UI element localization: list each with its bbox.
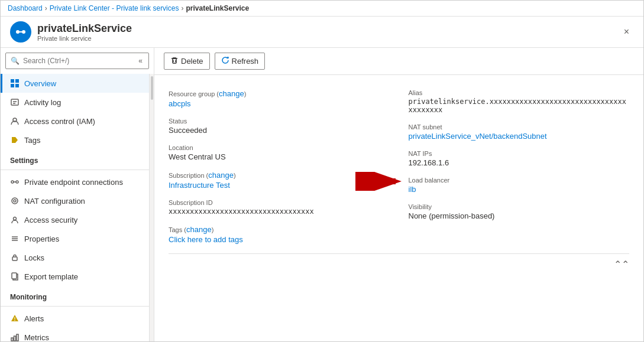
sidebar-item-tags[interactable]: Tags	[1, 131, 149, 149]
header-text: privateLinkService Private link service	[37, 22, 132, 42]
details-grid: Resource group (change) abcpls Status Su…	[169, 84, 629, 249]
sidebar-item-export-template-label: Export template	[24, 272, 78, 281]
tags-label: Tags (change)	[169, 225, 390, 234]
resource-group-item: Resource group (change) abcpls	[169, 84, 390, 113]
sidebar: 🔍 «	[1, 48, 154, 341]
alias-label: Alias	[409, 89, 630, 96]
delete-label: Delete	[181, 57, 203, 66]
svg-point-25	[14, 320, 15, 321]
visibility-label: Visibility	[409, 203, 630, 210]
alias-value: privatelinkservice.xxxxxxxxxxxxxxxxxxxxx…	[409, 97, 630, 114]
breadcrumb-current: privateLinkService	[186, 4, 249, 12]
nat-ips-value: 192.168.1.6	[409, 158, 630, 167]
sidebar-scrollbar-thumb	[151, 76, 153, 100]
subscription-id-label: Subscription ID	[169, 199, 390, 206]
nat-subnet-label: NAT subnet	[409, 123, 630, 131]
resource-group-label: Resource group (change)	[169, 89, 390, 98]
sidebar-nav: Overview Activity log	[1, 74, 154, 341]
sidebar-item-tags-label: Tags	[24, 136, 40, 145]
svg-rect-27	[14, 336, 16, 341]
sidebar-item-private-endpoint-connections[interactable]: Private endpoint connections	[1, 172, 149, 191]
resource-group-value[interactable]: abcpls	[169, 99, 390, 108]
nat-ips-label: NAT IPs	[409, 150, 630, 157]
subscription-id-value: xxxxxxxxxxxxxxxxxxxxxxxxxxxxxxxxxx	[169, 207, 390, 216]
properties-icon	[10, 234, 20, 243]
sidebar-item-locks-label: Locks	[24, 253, 44, 262]
subscription-change-link[interactable]: change	[208, 171, 234, 180]
breadcrumb-sep-2: ›	[181, 4, 183, 12]
svg-marker-11	[12, 137, 18, 143]
close-button[interactable]: ×	[619, 24, 634, 40]
load-balancer-label: Load balancer	[409, 177, 630, 184]
activity-log-icon	[10, 97, 20, 107]
page-header: privateLinkService Private link service …	[1, 17, 643, 48]
breadcrumb-dashboard[interactable]: Dashboard	[8, 4, 43, 12]
refresh-button[interactable]: Refresh	[215, 53, 266, 70]
content-area: Delete Refresh	[154, 48, 643, 341]
collapse-section: ⌃⌃	[169, 253, 629, 275]
location-value: West Central US	[169, 152, 390, 161]
access-control-icon	[10, 116, 20, 126]
svg-rect-26	[11, 338, 13, 341]
sidebar-item-overview[interactable]: Overview	[1, 74, 149, 93]
tags-change-link[interactable]: change	[186, 225, 212, 234]
refresh-icon	[221, 56, 229, 66]
sidebar-item-export-template[interactable]: Export template	[1, 267, 149, 286]
header-title: privateLinkService	[37, 22, 132, 35]
collapse-icon[interactable]: ⌃⌃	[614, 259, 629, 270]
overview-icon	[10, 79, 20, 88]
sidebar-item-access-control[interactable]: Access control (IAM)	[1, 112, 149, 131]
main-layout: 🔍 «	[1, 48, 643, 341]
sidebar-item-nat-configuration[interactable]: NAT configuration	[1, 191, 149, 210]
sidebar-item-metrics[interactable]: Metrics	[1, 328, 149, 341]
sidebar-item-properties[interactable]: Properties	[1, 229, 149, 248]
sidebar-item-locks[interactable]: Locks	[1, 248, 149, 267]
alerts-icon	[10, 314, 20, 323]
svg-rect-28	[17, 334, 18, 341]
load-balancer-item: Load balancer	[409, 172, 630, 198]
svg-point-0	[16, 30, 20, 34]
sidebar-item-access-security[interactable]: Access security	[1, 210, 149, 229]
delete-button[interactable]: Delete	[164, 53, 210, 70]
visibility-item: Visibility None (permission-based)	[409, 198, 630, 225]
details-left-column: Resource group (change) abcpls Status Su…	[169, 84, 390, 249]
svg-rect-24	[15, 317, 15, 320]
sidebar-item-alerts[interactable]: Alerts	[1, 309, 149, 328]
breadcrumb-privatelinkcenteer[interactable]: Private Link Center - Private link servi…	[50, 4, 179, 12]
svg-point-16	[14, 200, 16, 202]
status-item: Status Succeeded	[169, 113, 390, 139]
sidebar-item-alerts-label: Alerts	[24, 314, 44, 323]
location-item: Location West Central US	[169, 139, 390, 166]
service-icon	[10, 21, 31, 43]
sidebar-scrollbar	[149, 74, 154, 341]
search-input[interactable]	[23, 57, 134, 65]
subscription-id-item: Subscription ID xxxxxxxxxxxxxxxxxxxxxxxx…	[169, 194, 390, 220]
sidebar-item-activity-log[interactable]: Activity log	[1, 93, 149, 112]
nat-subnet-value[interactable]: privateLinkService_vNet/backendSubnet	[409, 132, 547, 141]
sidebar-item-metrics-label: Metrics	[24, 333, 49, 342]
svg-point-13	[16, 181, 18, 183]
svg-rect-7	[11, 99, 18, 105]
locks-icon	[10, 253, 20, 262]
alias-item: Alias privatelinkservice.xxxxxxxxxxxxxxx…	[409, 84, 630, 119]
delete-icon	[170, 56, 179, 66]
sidebar-item-overview-label: Overview	[24, 79, 56, 88]
svg-rect-21	[12, 257, 17, 260]
search-box[interactable]: 🔍 «	[5, 53, 149, 69]
collapse-sidebar-icon[interactable]: «	[137, 56, 144, 66]
breadcrumb-sep-1: ›	[45, 4, 47, 12]
app-container: Dashboard › Private Link Center - Privat…	[0, 0, 644, 342]
nat-subnet-item: NAT subnet privateLinkService_vNet/backe…	[409, 119, 630, 145]
refresh-label: Refresh	[232, 57, 259, 66]
visibility-value: None (permission-based)	[409, 211, 630, 220]
svg-rect-3	[11, 79, 14, 83]
tags-add-link[interactable]: Click here to add tags	[169, 235, 390, 244]
sidebar-item-activity-log-label: Activity log	[24, 98, 61, 107]
private-endpoint-icon	[10, 177, 20, 187]
load-balancer-value[interactable]: ilb	[409, 185, 416, 194]
monitoring-section-label: Monitoring	[1, 286, 149, 304]
toolbar: Delete Refresh	[154, 48, 643, 75]
resource-group-change-link[interactable]: change	[219, 89, 244, 98]
svg-point-15	[12, 198, 18, 204]
tags-icon	[10, 135, 20, 145]
